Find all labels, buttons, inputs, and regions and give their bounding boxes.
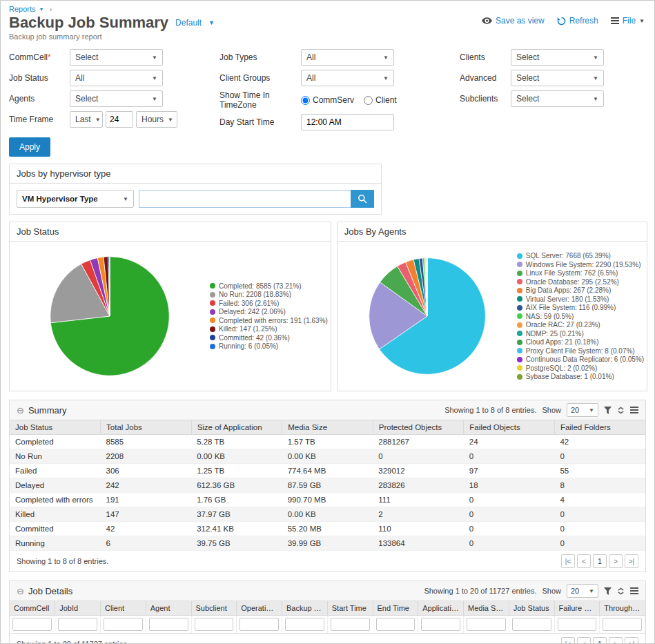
time-frame-period-select[interactable]: Hours▼	[136, 111, 177, 128]
column-filter-input-application-s[interactable]	[421, 618, 460, 631]
day-start-time-input[interactable]	[301, 114, 394, 130]
column-filter-input-backup-type[interactable]	[285, 618, 324, 631]
legend-item-windows-file-system[interactable]: Windows File System: 2290 (19.53%)	[517, 261, 644, 269]
view-selector-caret-icon[interactable]: ▼	[208, 19, 215, 26]
clients-select[interactable]: Select▼	[511, 49, 604, 66]
legend-item-cloud-apps[interactable]: Cloud Apps: 21 (0.18%)	[517, 338, 644, 346]
current-page-button[interactable]: 1	[593, 637, 607, 644]
apply-button[interactable]: Apply	[9, 137, 50, 157]
column-filter-input-agent[interactable]	[149, 618, 188, 631]
details-column-commcell[interactable]: CommCell	[10, 601, 55, 616]
summary-column-failed-objects[interactable]: Failed Objects	[464, 420, 555, 435]
collapse-icon[interactable]: ⊖	[17, 406, 24, 415]
details-column-client[interactable]: Client	[101, 601, 146, 616]
page-size-select[interactable]: 20▼	[567, 403, 598, 417]
details-column-agent[interactable]: Agent	[146, 601, 191, 616]
details-column-media-size[interactable]: Media Size	[464, 601, 509, 616]
agents-select[interactable]: Select▼	[70, 90, 163, 107]
legend-item-proxy-client-file-system[interactable]: Proxy Client File System: 8 (0.07%)	[517, 347, 644, 355]
page-size-select[interactable]: 20▼	[567, 584, 598, 598]
filter-icon[interactable]	[604, 587, 612, 595]
prev-page-button[interactable]: <	[577, 554, 591, 568]
hypervisor-search-input[interactable]	[139, 190, 351, 208]
prev-page-button[interactable]: <	[577, 637, 591, 644]
details-column-throughput[interactable]: Throughput (...	[600, 601, 645, 616]
last-page-button[interactable]: >|	[625, 554, 638, 568]
save-as-view-button[interactable]: Save as view	[482, 16, 545, 26]
expand-icon[interactable]	[617, 587, 625, 595]
column-filter-input-subclient[interactable]	[195, 618, 234, 631]
details-column-application-s[interactable]: Application S...	[418, 601, 464, 616]
subclients-select[interactable]: Select▼	[511, 90, 604, 107]
hypervisor-type-select[interactable]: VM Hypervisor Type▼	[17, 190, 134, 208]
column-filter-input-failure-reas[interactable]	[558, 618, 597, 631]
client-groups-select[interactable]: All▼	[301, 70, 394, 86]
legend-item-big-data-apps[interactable]: Big Data Apps: 267 (2.28%)	[517, 286, 644, 294]
legend-item-sql-server[interactable]: SQL Server: 7668 (65.39%)	[517, 252, 644, 260]
refresh-button[interactable]: Refresh	[557, 16, 598, 26]
column-filter-input-jobid[interactable]	[58, 618, 97, 631]
summary-column-failed-folders[interactable]: Failed Folders	[554, 420, 645, 435]
timezone-client-option[interactable]: Client	[364, 95, 397, 105]
column-filter-input-client[interactable]	[104, 618, 143, 631]
time-frame-value-input[interactable]	[106, 111, 133, 128]
table-row[interactable]: Running639.75 GB39.99 GB13386400	[10, 536, 645, 551]
summary-column-protected-objects[interactable]: Protected Objects	[373, 420, 464, 435]
legend-item-sybase-database[interactable]: Sybase Database: 1 (0.01%)	[517, 373, 644, 380]
job-types-select[interactable]: All▼	[301, 49, 394, 66]
table-row[interactable]: Failed3061.25 TB774.64 MB3290129755	[10, 464, 645, 478]
next-page-button[interactable]: >	[609, 637, 623, 644]
current-page-button[interactable]: 1	[593, 554, 607, 568]
table-row[interactable]: Killed14737.97 GB0.00 KB200	[10, 507, 645, 522]
last-page-button[interactable]: >|	[625, 637, 638, 644]
file-menu-button[interactable]: File ▼	[611, 16, 645, 26]
column-filter-input-end-time[interactable]	[376, 618, 416, 631]
legend-item-ndmp[interactable]: NDMP: 25 (0.21%)	[517, 330, 644, 338]
table-row[interactable]: Completed with errors1911.76 GB990.70 MB…	[10, 493, 645, 507]
table-row[interactable]: Committed42312.41 KB55.20 MB11000	[10, 522, 645, 536]
time-frame-unit-select[interactable]: Last▼	[70, 111, 103, 128]
legend-item-delayed[interactable]: Delayed: 242 (2.06%)	[210, 308, 328, 315]
details-column-jobid[interactable]: JobId	[55, 601, 101, 616]
view-selector[interactable]: Default	[175, 18, 202, 28]
legend-item-running[interactable]: Running: 6 (0.05%)	[210, 342, 328, 350]
summary-column-media-size[interactable]: Media Size	[282, 420, 373, 435]
summary-column-job-status[interactable]: Job Status	[10, 420, 101, 435]
column-filter-input-throughput[interactable]	[603, 618, 642, 631]
legend-item-virtual-server[interactable]: Virtual Server: 180 (1.53%)	[517, 295, 644, 303]
legend-item-no-run[interactable]: No Run: 2208 (18.83%)	[210, 291, 328, 298]
menu-icon[interactable]	[630, 587, 638, 594]
column-filter-input-operation-ty[interactable]	[239, 618, 279, 631]
expand-icon[interactable]	[617, 407, 625, 414]
table-row[interactable]: Delayed242612.36 GB87.59 GB283826188	[10, 478, 645, 493]
first-page-button[interactable]: |<	[561, 637, 575, 644]
next-page-button[interactable]: >	[609, 554, 623, 568]
legend-item-killed[interactable]: Killed: 147 (1.25%)	[210, 325, 328, 333]
details-column-failure-reas[interactable]: Failure Reas...	[554, 601, 600, 616]
legend-item-nas[interactable]: NAS: 59 (0.5%)	[517, 313, 644, 320]
column-filter-input-media-size[interactable]	[467, 618, 506, 631]
details-column-job-status[interactable]: Job Status	[509, 601, 554, 616]
table-row[interactable]: No Run22080.00 KB0.00 KB000	[10, 449, 645, 464]
job-status-select[interactable]: All▼	[70, 70, 163, 86]
legend-item-continuous-data-replicator[interactable]: Continuous Data Replicator: 6 (0.05%)	[517, 355, 644, 363]
breadcrumb-reports-link[interactable]: Reports	[9, 5, 36, 13]
column-filter-input-start-time[interactable]	[331, 618, 370, 631]
legend-item-oracle-rac[interactable]: Oracle RAC: 27 (0.23%)	[517, 321, 644, 329]
commcell-select[interactable]: Select▼	[70, 49, 163, 66]
legend-item-completed[interactable]: Completed: 8585 (73.21%)	[210, 282, 328, 290]
legend-item-aix-file-system[interactable]: AIX File System: 116 (0.99%)	[517, 304, 644, 311]
collapse-icon[interactable]: ⊖	[17, 587, 24, 596]
column-filter-input-commcell[interactable]	[12, 618, 52, 631]
details-column-operation-ty[interactable]: Operation Ty...	[237, 601, 282, 616]
summary-column-total-jobs[interactable]: Total Jobs	[101, 420, 192, 435]
details-column-subclient[interactable]: Subclient	[191, 601, 237, 616]
menu-icon[interactable]	[630, 407, 638, 413]
legend-item-postgresql[interactable]: PostgreSQL: 2 (0.02%)	[517, 364, 644, 372]
column-filter-input-job-status[interactable]	[512, 618, 551, 631]
first-page-button[interactable]: |<	[561, 554, 575, 568]
search-button[interactable]	[351, 190, 374, 208]
timezone-client-radio[interactable]	[364, 96, 373, 105]
advanced-select[interactable]: Select▼	[511, 70, 604, 86]
legend-item-completed-with-errors[interactable]: Completed with errors: 191 (1.63%)	[210, 317, 328, 324]
